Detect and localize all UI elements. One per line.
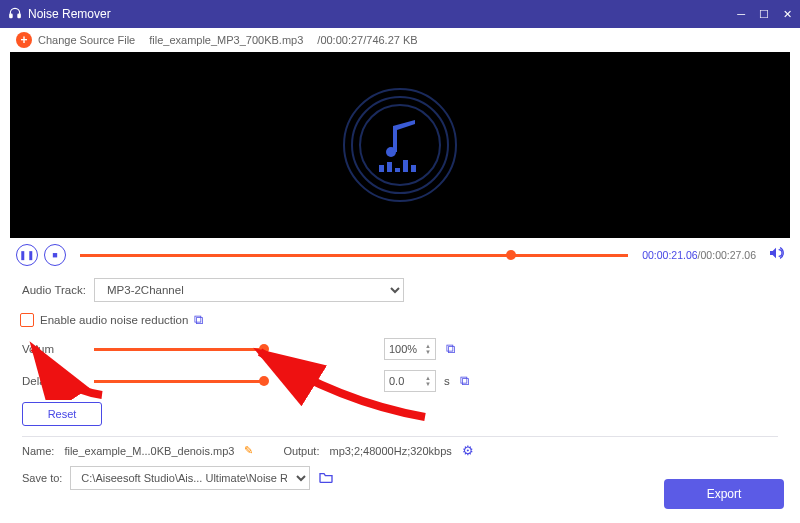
volume-icon[interactable]: [768, 245, 784, 265]
reset-button[interactable]: Reset: [22, 402, 102, 426]
output-settings-icon[interactable]: ⚙: [462, 443, 474, 458]
output-label: Output:: [283, 445, 319, 457]
delay-value: 0.0: [389, 375, 404, 387]
name-label: Name:: [22, 445, 54, 457]
save-to-select[interactable]: C:\Aiseesoft Studio\Ais... Ultimate\Nois…: [70, 466, 310, 490]
volume-value-input[interactable]: 100% ▲▼: [384, 338, 436, 360]
svg-point-5: [386, 147, 396, 157]
svg-rect-1: [18, 14, 20, 18]
pause-button[interactable]: ❚❚: [16, 244, 38, 266]
volume-link-icon[interactable]: ⧉: [446, 341, 455, 357]
volume-value: 100%: [389, 343, 417, 355]
svg-rect-0: [10, 14, 12, 18]
divider: [22, 436, 778, 437]
svg-rect-6: [379, 165, 384, 172]
total-time: 00:00:27.06: [701, 249, 756, 261]
svg-rect-8: [395, 168, 400, 172]
open-folder-icon[interactable]: [318, 470, 334, 487]
maximize-button[interactable]: ☐: [759, 8, 769, 21]
audio-track-select[interactable]: MP3-2Channel: [94, 278, 404, 302]
delay-unit: s: [444, 375, 450, 387]
save-to-label: Save to:: [22, 472, 62, 484]
name-value: file_example_M...0KB_denois.mp3: [64, 445, 234, 457]
svg-rect-9: [403, 160, 408, 172]
timeline-knob[interactable]: [506, 250, 516, 260]
noise-reduction-label: Enable audio noise reduction: [40, 314, 188, 326]
delay-stepper[interactable]: ▲▼: [425, 375, 431, 387]
svg-point-4: [360, 105, 440, 185]
close-button[interactable]: ✕: [783, 8, 792, 21]
source-file-name: file_example_MP3_700KB.mp3: [149, 34, 303, 46]
svg-rect-10: [411, 165, 416, 172]
edit-name-icon[interactable]: ✎: [244, 444, 253, 457]
timeline-slider[interactable]: [80, 254, 628, 257]
audio-track-label: Audio Track:: [22, 284, 94, 296]
plus-icon: +: [16, 32, 32, 48]
delay-link-icon[interactable]: ⧉: [460, 373, 469, 389]
noise-reduction-link-icon[interactable]: ⧉: [194, 312, 203, 328]
svg-point-3: [352, 97, 448, 193]
delay-slider[interactable]: [94, 380, 264, 383]
preview-panel: [10, 52, 790, 238]
audio-visualizer-icon: [335, 80, 465, 210]
stop-button[interactable]: ■: [44, 244, 66, 266]
delay-knob[interactable]: [259, 376, 269, 386]
noise-reduction-checkbox[interactable]: [20, 313, 34, 327]
output-value: mp3;2;48000Hz;320kbps: [329, 445, 451, 457]
volume-knob[interactable]: [259, 344, 269, 354]
delay-label: Delay:: [22, 375, 94, 387]
volume-stepper[interactable]: ▲▼: [425, 343, 431, 355]
volume-slider[interactable]: [94, 348, 264, 351]
change-source-label: Change Source File: [38, 34, 135, 46]
change-source-button[interactable]: + Change Source File: [16, 32, 135, 48]
volume-label: Volum: [22, 343, 94, 355]
current-time: 00:00:21.06: [642, 249, 697, 261]
minimize-button[interactable]: ─: [737, 8, 745, 20]
app-logo: Noise Remover: [8, 6, 111, 23]
svg-rect-7: [387, 162, 392, 172]
headphones-icon: [8, 6, 22, 23]
source-file-meta: /00:00:27/746.27 KB: [317, 34, 417, 46]
export-button[interactable]: Export: [664, 479, 784, 509]
app-title: Noise Remover: [28, 7, 111, 21]
time-display: 00:00:21.06/00:00:27.06: [642, 249, 756, 261]
delay-value-input[interactable]: 0.0 ▲▼: [384, 370, 436, 392]
